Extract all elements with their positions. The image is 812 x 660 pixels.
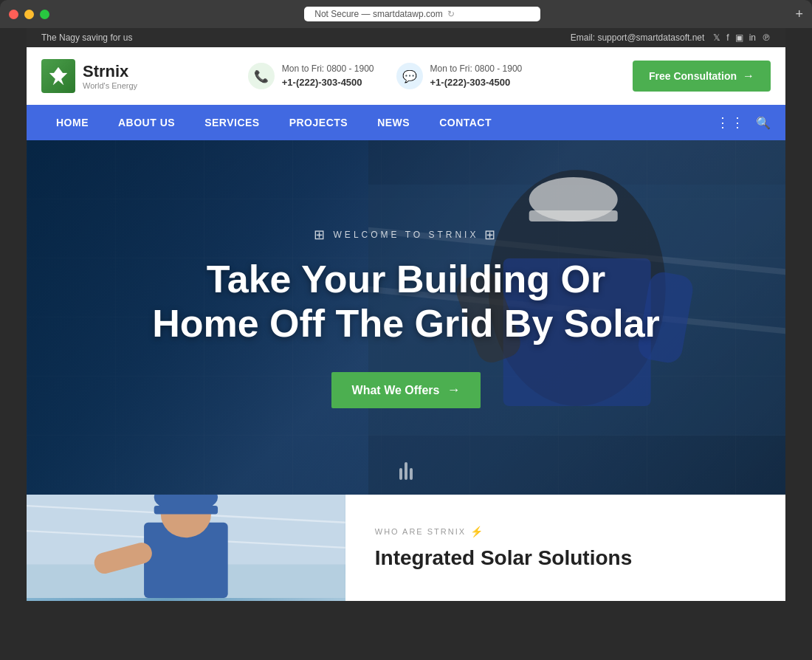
contact-chat-line1: Mon to Fri: 0800 - 1900 (430, 62, 523, 75)
hero-title-line2: Home Off The Grid By Solar (152, 302, 660, 345)
hero-solar-icon-right: ⊞ (484, 227, 498, 243)
scroll-bar-2 (405, 462, 407, 480)
new-tab-button[interactable]: + (795, 7, 803, 22)
window-chrome: Not Secure — smartdatawp.com ↻ + (0, 0, 812, 28)
hero-label: ⊞ WELCOME TO STRNIX ⊞ (314, 227, 499, 243)
free-consultation-button[interactable]: Free Consultation → (633, 61, 771, 92)
hero-cta-arrow: → (447, 382, 460, 398)
topbar-email: Email: support@smartdatasoft.net (571, 32, 705, 43)
navigation: HOME ABOUT US SERVICES PROJECTS NEWS CON… (27, 105, 785, 140)
logo-area: Strnix World's Energy (41, 59, 137, 93)
section-label-text: WHO ARE STRNIX (375, 527, 466, 536)
scroll-bar-1 (399, 468, 402, 480)
svg-rect-18 (154, 506, 218, 514)
phone-icon-circle: 📞 (248, 63, 275, 89)
scroll-bar-3 (410, 468, 413, 480)
twitter-icon[interactable]: 𝕏 (713, 32, 720, 43)
address-bar-inner[interactable]: Not Secure — smartdatawp.com ↻ (304, 7, 540, 21)
refresh-icon[interactable]: ↻ (447, 9, 455, 19)
instagram-icon[interactable]: ▣ (735, 32, 743, 43)
pinterest-icon[interactable]: ℗ (762, 32, 771, 43)
logo-name: Strnix (83, 62, 137, 81)
facebook-icon[interactable]: f (726, 32, 729, 43)
hero-section: ⊞ WELCOME TO STRNIX ⊞ Take Your Building… (27, 140, 785, 495)
logo-svg (48, 66, 69, 86)
contact-phone-line1: Mon to Fri: 0800 - 1900 (282, 62, 374, 75)
hero-title: Take Your Building Or Home Off The Grid … (152, 258, 660, 346)
below-fold-image (27, 495, 345, 601)
contact-chat-line2: +1-(222)-303-4500 (430, 77, 511, 88)
scroll-indicator (399, 462, 413, 480)
below-fold-section: WHO ARE STRNIX ⚡ Integrated Solar Soluti… (27, 495, 785, 601)
hero-solar-icon-left: ⊞ (314, 227, 328, 243)
nav-item-about[interactable]: ABOUT US (103, 105, 190, 140)
what-we-offers-button[interactable]: What We Offers → (331, 372, 481, 408)
address-bar: Not Secure — smartdatawp.com ↻ (55, 7, 789, 21)
linkedin-icon[interactable]: in (749, 32, 756, 43)
cta-arrow: → (743, 69, 754, 83)
contact-item-chat: 💬 Mon to Fri: 0800 - 1900 +1-(222)-303-4… (396, 62, 523, 90)
address-text: Not Secure — smartdatawp.com (314, 9, 442, 19)
nav-item-services[interactable]: SERVICES (190, 105, 275, 140)
header: Strnix World's Energy 📞 Mon to Fri: 0800… (27, 47, 785, 105)
cta-label: Free Consultation (649, 70, 737, 82)
traffic-light-yellow[interactable] (24, 10, 34, 19)
below-fold-text: WHO ARE STRNIX ⚡ Integrated Solar Soluti… (345, 495, 785, 601)
topbar-left-text: The Nagy saving for us (41, 32, 132, 43)
lightning-icon: ⚡ (470, 526, 484, 537)
topbar-right: Email: support@smartdatasoft.net 𝕏 f ▣ i… (571, 32, 771, 43)
chat-icon-circle: 💬 (396, 63, 423, 89)
hero-content: ⊞ WELCOME TO STRNIX ⊞ Take Your Building… (27, 140, 785, 495)
hero-label-text: WELCOME TO STRNIX (334, 230, 479, 240)
contact-item-phone: 📞 Mon to Fri: 0800 - 1900 +1-(222)-303-4… (248, 62, 374, 90)
nav-right: ⋮⋮ 🔍 (716, 114, 771, 131)
nav-item-contact[interactable]: CONTACT (424, 105, 506, 140)
top-bar: The Nagy saving for us Email: support@sm… (27, 28, 785, 47)
site-wrapper: The Nagy saving for us Email: support@sm… (27, 28, 785, 601)
nav-item-news[interactable]: NEWS (362, 105, 424, 140)
nav-menu-dots[interactable]: ⋮⋮ (716, 114, 746, 131)
contact-phone-details: Mon to Fri: 0800 - 1900 +1-(222)-303-450… (282, 62, 374, 90)
traffic-light-green[interactable] (40, 10, 49, 19)
nav-items: HOME ABOUT US SERVICES PROJECTS NEWS CON… (41, 105, 716, 140)
svg-marker-0 (49, 67, 67, 85)
hero-cta-label: What We Offers (352, 384, 440, 397)
logo-icon (41, 59, 75, 93)
social-icons: 𝕏 f ▣ in ℗ (713, 32, 771, 43)
logo-tagline: World's Energy (83, 81, 137, 90)
section-title: Integrated Solar Solutions (375, 546, 756, 570)
nav-item-home[interactable]: HOME (41, 105, 103, 140)
header-contacts: 📞 Mon to Fri: 0800 - 1900 +1-(222)-303-4… (248, 62, 522, 90)
hero-title-line1: Take Your Building Or (207, 258, 605, 300)
contact-chat-details: Mon to Fri: 0800 - 1900 +1-(222)-303-450… (430, 62, 523, 90)
contact-phone-line2: +1-(222)-303-4500 (282, 77, 362, 88)
nav-item-projects[interactable]: PROJECTS (275, 105, 362, 140)
logo-text: Strnix World's Energy (83, 62, 137, 90)
traffic-light-red[interactable] (9, 10, 18, 19)
nav-search-icon[interactable]: 🔍 (756, 116, 771, 130)
section-label: WHO ARE STRNIX ⚡ (375, 526, 756, 537)
worker2-svg (27, 495, 345, 598)
